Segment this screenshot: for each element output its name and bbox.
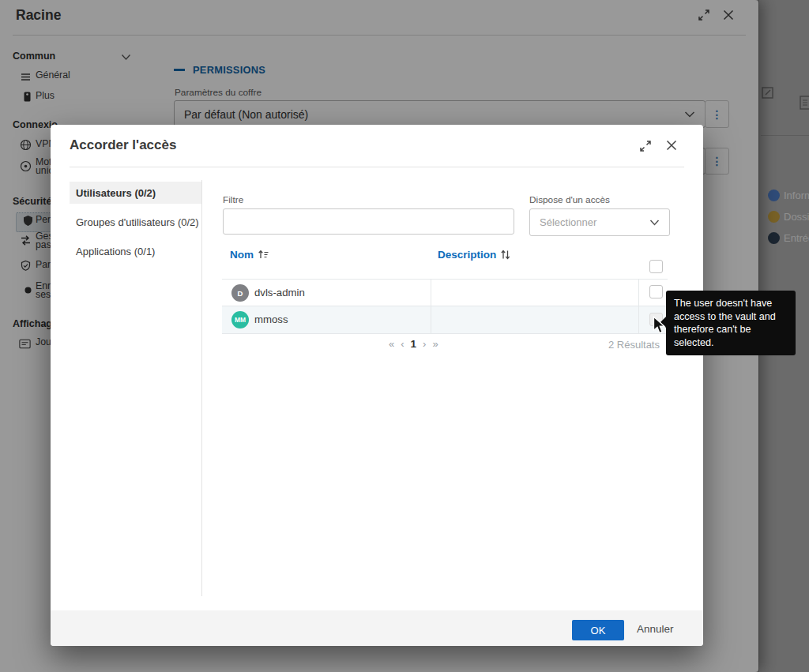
close-icon	[665, 139, 678, 152]
modal-title: Accorder l'accès	[70, 137, 176, 153]
pagination: « ‹ 1 › »	[389, 338, 438, 350]
tooltip: The user doesn't have access to the vaul…	[666, 291, 796, 355]
column-label: Nom	[230, 249, 254, 261]
modal-maximize-button[interactable]	[638, 139, 653, 153]
cancel-button[interactable]: Annuler	[637, 623, 674, 635]
maximize-icon	[639, 140, 652, 152]
mouse-cursor	[653, 316, 666, 335]
grant-access-modal: Accorder l'accès Utilisateurs (0/2) Grou…	[51, 125, 703, 646]
table-row-mmoss[interactable]: MM mmoss	[222, 306, 668, 334]
pagination-next[interactable]: ›	[423, 338, 426, 350]
table-row-dvls-admin[interactable]: D dvls-admin	[222, 279, 668, 306]
column-divider	[431, 306, 431, 333]
avatar: D	[231, 284, 249, 302]
tab-groupes-utilisateurs[interactable]: Groupes d'utilisateurs (0/2)	[70, 211, 201, 233]
tabs-divider	[201, 180, 202, 596]
pagination-page[interactable]: 1	[411, 338, 417, 350]
sort-both-icon	[500, 250, 510, 260]
chevron-down-icon	[649, 219, 660, 226]
pagination-first[interactable]: «	[389, 338, 394, 350]
column-header-description[interactable]: Description	[438, 249, 510, 261]
filter-label: Filtre	[223, 194, 243, 205]
column-divider	[638, 280, 639, 306]
modal-header-divider	[70, 167, 684, 167]
tab-label: Utilisateurs (0/2)	[76, 187, 156, 199]
column-divider	[431, 280, 431, 306]
tooltip-text: The user doesn't have access to the vaul…	[674, 298, 776, 348]
has-access-placeholder: Sélectionner	[530, 216, 596, 228]
column-divider	[638, 306, 639, 333]
row-checkbox-dvls-admin[interactable]	[649, 285, 663, 298]
user-name: dvls-admin	[254, 287, 305, 298]
select-all-checkbox[interactable]	[649, 260, 663, 273]
user-name: mmoss	[254, 313, 288, 325]
filter-input[interactable]	[223, 208, 514, 235]
pagination-last[interactable]: »	[432, 338, 438, 350]
results-count: 2 Résultats	[608, 339, 660, 351]
tab-label: Applications (0/1)	[76, 246, 155, 257]
modal-footer: OK Annuler	[51, 610, 703, 646]
tab-label: Groupes d'utilisateurs (0/2)	[76, 216, 199, 228]
screen: Inform Dossie Entrée Racine Commun	[0, 0, 809, 672]
pagination-prev[interactable]: ‹	[401, 338, 404, 350]
has-access-select[interactable]: Sélectionner	[529, 208, 670, 236]
has-access-label: Dispose d'un accès	[529, 194, 610, 205]
tab-applications[interactable]: Applications (0/1)	[70, 240, 201, 262]
column-header-nom[interactable]: Nom	[230, 249, 269, 261]
modal-close-button[interactable]	[664, 138, 679, 152]
ok-button[interactable]: OK	[572, 620, 624, 640]
tab-utilisateurs[interactable]: Utilisateurs (0/2)	[70, 182, 201, 204]
avatar: MM	[231, 311, 249, 328]
sort-ascending-icon	[258, 250, 269, 260]
column-label: Description	[438, 249, 496, 261]
